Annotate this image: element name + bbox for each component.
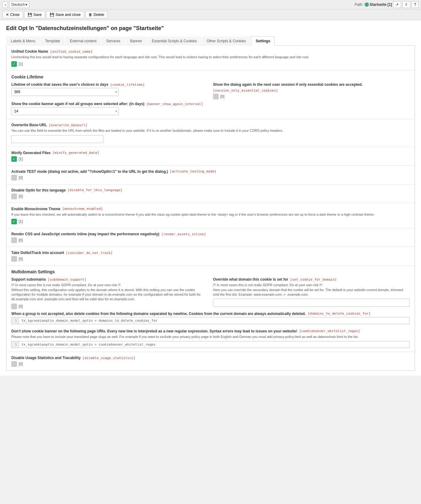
baseurl-section: Overwrite Base-URL [overwrite_baseurl] Y… [6,119,415,147]
domains-delete-code: tx_sgcookieoptin_domain_model_optin > do… [19,317,409,324]
baseurl-label: Overwrite Base-URL [overwrite_baseurl] [11,123,410,127]
save-close-button[interactable]: 💾 Save and close [46,11,84,18]
domains-delete-code-area[interactable]: 1 tx_sgcookieoptin_domain_model_optin > … [11,317,410,324]
disable-usage-checkbox-wrap: [0] [11,361,410,367]
whitelist-regex-desc: Please note that you have to include you… [11,335,410,339]
render-inline-label: Render CSS and JavaScript contents inlin… [11,232,410,236]
main-content: Edit Opt In "Datenschutzeinstellungen" o… [0,20,421,376]
save-button[interactable]: 💾 Save [24,11,45,18]
test-mode-label: Activate TEST mode (dialog not active, a… [11,169,410,174]
collapse-icon[interactable]: › [2,2,8,8]
multidomain-grid: Support subomains [subdomain_support] !!… [11,277,410,309]
minify-checkbox[interactable] [11,156,17,162]
save-close-icon: 💾 [50,13,54,17]
disable-usage-checkbox[interactable] [11,361,17,367]
unified-cookie-section: Unified Cookie Name [unified_cookie_name… [6,46,415,71]
test-mode-checkbox[interactable] [11,175,17,180]
disable-usage-section: Disable Usage Statistics and Tracability… [6,352,415,370]
monochrome-value: [1] [19,219,23,224]
subdomain-checkbox[interactable] [11,304,17,309]
unified-cookie-desc: Unchecking this box would lead to having… [11,55,410,59]
show-again-input[interactable] [11,107,119,115]
show-again-input-wrap: × [11,107,119,115]
dnt-label: Take DoNotTrack into account [consider_d… [11,251,410,255]
close-button[interactable]: ✕ Close [2,11,23,18]
set-cookie-domain-col: Override what domain this cookie is set … [213,277,410,309]
tab-template[interactable]: Template [40,36,65,46]
monochrome-label: Enable Monochrome Theme [monochrome_enab… [11,207,410,211]
language-label: Deutsch [11,2,25,7]
lifetime-left: Lifetime of cookie that saves the user's… [11,82,208,99]
whitelist-regex-section: Don't show cookie banner on the followin… [11,329,410,348]
page-path: Startseite [1] [365,2,392,7]
cookie-lifetime-section: Cookie Lifetime Lifetime of cookie that … [6,71,415,119]
path-label: Path: [355,2,363,7]
session-checkbox[interactable] [213,94,219,99]
tab-other[interactable]: Other Scripts & Cookies [202,36,251,46]
unified-cookie-label: Unified Cookie Name [unified_cookie_name… [11,49,410,54]
subdomain-label: Support subomains [subdomain_support] [11,277,208,282]
disable-language-checkbox[interactable] [11,194,17,199]
tab-settings[interactable]: Settings [251,36,275,46]
session-label: Show the dialog again in the next user s… [213,82,410,93]
dnt-checkbox-wrap: [0] [11,256,410,262]
external-link-button[interactable]: ↗ [393,1,401,8]
whitelist-regex-code: tx_sgcookieoptin_domain_model_optin > co… [19,341,409,348]
tab-essential[interactable]: Essential Scripts & Cookies [147,36,201,46]
subdomain-checkbox-wrap: [0] [11,304,208,309]
whitelist-regex-code-area[interactable]: 1 tx_sgcookieoptin_domain_model_optin > … [11,341,410,348]
render-inline-checkbox[interactable] [11,237,17,243]
tab-bar: Labels & Menu Template External content … [6,36,415,46]
lifetime-clear-icon[interactable]: × [115,89,117,94]
session-right: Show the dialog again in the next user s… [213,82,410,99]
lifetime-input[interactable] [11,88,119,96]
set-cookie-domain-input[interactable] [213,299,410,307]
tab-external[interactable]: External content [65,36,101,46]
domains-delete-section: When a group is not accepted, also delet… [11,312,410,324]
dnt-section: Take DoNotTrack into account [consider_d… [6,247,415,266]
delete-button[interactable]: 🗑 Delete [85,11,108,18]
unified-cookie-checkbox[interactable] [11,61,17,67]
minify-section: Minify Generated Files [minify_generated… [6,147,415,166]
monochrome-checkbox[interactable] [11,219,17,224]
minify-checkbox-wrap: [1] [11,156,410,162]
disable-usage-label: Disable Usage Statistics and Tracability… [11,356,410,360]
render-inline-checkbox-wrap: [0] [11,237,410,243]
action-bar: ✕ Close 💾 Save 💾 Save and close 🗑 Delete [0,9,421,20]
settings-content: Unified Cookie Name [unified_cookie_name… [6,46,415,371]
top-bar-right: Path: Startseite [1] ↗ ⇧ ? [355,1,419,8]
save-label: Save [33,13,42,17]
session-checkbox-wrap: [0] [213,94,410,99]
dnt-checkbox[interactable] [11,256,17,262]
disable-language-value: [0] [19,194,23,199]
subdomain-value: [0] [19,304,23,309]
whitelist-regex-label: Don't show cookie banner on the followin… [11,329,410,333]
disable-language-section: Disable OptIn for this language [disable… [6,184,415,203]
monochrome-section: Enable Monochrome Theme [monochrome_enab… [6,203,415,228]
render-inline-section: Render CSS and JavaScript contents inlin… [6,228,415,247]
tab-labels[interactable]: Labels & Menu [6,36,40,46]
help-button[interactable]: ? [411,1,419,8]
top-bar-left: › Deutsch ▾ [2,1,29,8]
save-icon: 💾 [28,13,32,17]
minify-value: [1] [19,157,23,161]
show-again-section: Show the cookie banner again if not all … [11,102,410,115]
baseurl-input[interactable] [11,135,103,143]
show-again-clear-icon[interactable]: × [115,109,117,114]
lifetime-input-wrap: × [11,88,119,96]
monochrome-checkbox-wrap: [1] [11,219,410,224]
disable-usage-value: [0] [19,362,23,366]
tab-services[interactable]: Services [101,36,125,46]
tab-banner[interactable]: Banner [126,36,147,46]
language-selector[interactable]: Deutsch ▾ [9,1,29,8]
dnt-value: [0] [19,257,23,261]
test-mode-checkbox-wrap: [0] [11,175,410,180]
save-close-label: Save and close [55,13,81,17]
share-button[interactable]: ⇧ [402,1,410,8]
multidomain-title: Multidomain Settings [11,269,410,274]
set-cookie-domain-desc: !!! In most cases this is not really GDP… [213,283,410,297]
domains-delete-label: When a group is not accepted, also delet… [11,312,410,316]
close-icon: ✕ [6,13,9,17]
chevron-down-icon: ▾ [25,2,27,7]
baseurl-desc: You can use this field to overwrite the … [11,128,410,133]
